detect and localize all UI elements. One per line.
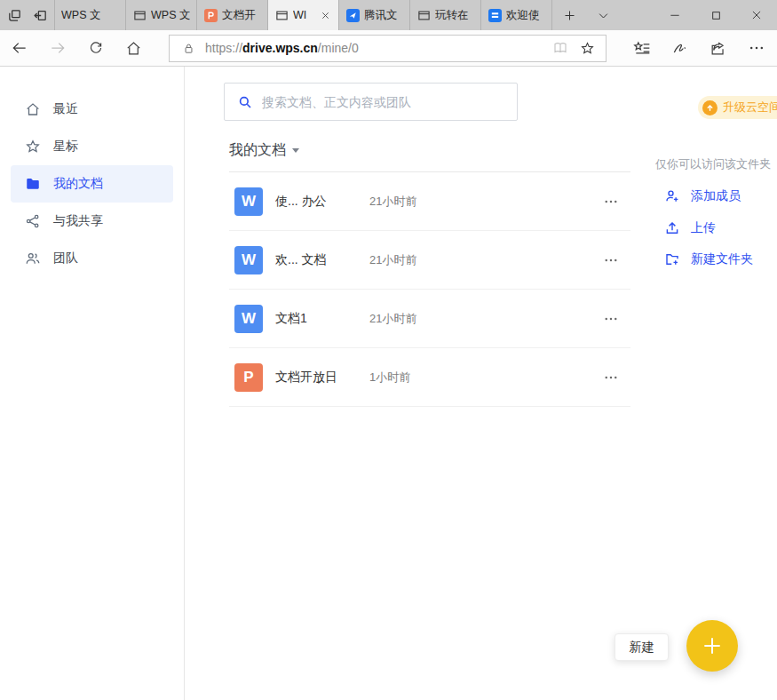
back-arrow-icon [11, 39, 28, 57]
window-controls [654, 0, 777, 30]
wps-writer-file-icon: W [234, 246, 263, 274]
sidebar-item-starred[interactable]: 星标 [11, 128, 173, 165]
add-members-button[interactable]: 添加成员 [664, 188, 741, 204]
maximize-button[interactable] [695, 0, 736, 30]
upload-button[interactable]: 上传 [664, 220, 716, 236]
file-row[interactable]: W 欢... 文档 21小时前 [229, 231, 630, 290]
close-window-button[interactable] [736, 0, 777, 30]
lock-icon [178, 38, 198, 58]
stacked-tabs-icon [7, 8, 22, 23]
tab-title: 腾讯文 [364, 8, 403, 23]
home-button[interactable] [115, 30, 153, 67]
sidebar-item-teams[interactable]: 团队 [11, 240, 173, 277]
tab-title: WI [293, 9, 313, 21]
action-label: 新建文件夹 [691, 251, 753, 267]
upgrade-cloud-space-button[interactable]: 升级云空间 [698, 96, 777, 119]
new-folder-button[interactable]: 新建文件夹 [664, 251, 753, 267]
file-list: W 使... 办公 21小时前 W 欢... 文档 21小时前 W 文档1 21… [229, 172, 630, 407]
settings-more-button[interactable] [737, 30, 775, 67]
wps-presentation-file-icon: P [234, 363, 263, 392]
ellipsis-icon [603, 252, 619, 268]
window-page-icon [416, 8, 431, 22]
create-new-fab-button[interactable] [686, 620, 738, 672]
file-name: 文档开放日 [275, 370, 369, 386]
new-tab-button[interactable] [552, 0, 586, 30]
back-button[interactable] [0, 30, 38, 67]
home-icon [25, 101, 41, 117]
folder-plus-icon [664, 251, 680, 267]
ellipsis-icon [603, 194, 619, 210]
caret-down-icon [292, 148, 299, 153]
upgrade-label: 升级云空间 [723, 99, 777, 115]
sidebar: 最近 星标 我的文档 与我共享 团队 [0, 67, 185, 700]
window-page-icon [274, 8, 289, 22]
ellipsis-icon [603, 370, 619, 386]
sidebar-item-label: 星标 [53, 139, 78, 155]
tencent-docs-icon [346, 9, 360, 22]
tab-close-icon[interactable] [318, 8, 332, 22]
file-modified-time: 21小时前 [369, 194, 416, 210]
browser-tab-5[interactable]: 腾讯文 [339, 0, 410, 30]
favorite-star-button[interactable] [577, 38, 597, 58]
minimize-icon [669, 9, 681, 21]
sidebar-item-label: 我的文档 [53, 176, 103, 192]
action-label: 上传 [691, 220, 716, 236]
browser-tab-2[interactable]: WPS 文 [126, 0, 197, 30]
upload-icon [664, 220, 680, 236]
browser-tab-7[interactable]: 欢迎使 [481, 0, 552, 30]
tab-list-dropdown-button[interactable] [586, 0, 620, 30]
tab-title: 玩转在 [435, 8, 474, 23]
file-row[interactable]: P 文档开放日 1小时前 [229, 348, 630, 407]
file-more-button[interactable] [600, 191, 622, 212]
share-button[interactable] [699, 30, 737, 67]
pen-icon [671, 39, 689, 57]
maximize-icon [710, 10, 722, 21]
search-input[interactable] [262, 95, 504, 109]
file-more-button[interactable] [600, 308, 622, 330]
chevron-down-icon [597, 9, 610, 22]
reading-view-button[interactable] [551, 38, 570, 58]
close-icon [750, 9, 763, 21]
url-domain: drive.wps.cn [242, 41, 318, 55]
refresh-button[interactable] [76, 30, 115, 67]
file-name: 文档1 [275, 311, 369, 327]
search-icon [237, 94, 253, 110]
star-icon [25, 139, 41, 155]
browser-navbar: https://drive.wps.cn/mine/0 [0, 30, 777, 67]
sidebar-item-shared-with-me[interactable]: 与我共享 [11, 203, 173, 240]
file-name: 欢... 文档 [275, 252, 369, 268]
file-modified-time: 21小时前 [369, 311, 416, 327]
book-icon [552, 40, 568, 56]
address-bar[interactable]: https://drive.wps.cn/mine/0 [169, 35, 607, 62]
folder-access-note: 仅你可以访问该文件夹 [655, 156, 771, 172]
browser-tab-1[interactable]: WPS 文 [55, 0, 126, 30]
url-text: https://drive.wps.cn/mine/0 [205, 41, 543, 55]
set-tabs-aside-button[interactable] [28, 4, 52, 27]
sidebar-item-recent[interactable]: 最近 [11, 91, 173, 128]
star-list-icon [633, 39, 651, 57]
sidebar-item-my-documents[interactable]: 我的文档 [11, 165, 173, 203]
plus-icon [701, 634, 724, 657]
wps-writer-file-icon: W [234, 187, 263, 216]
minimize-button[interactable] [654, 0, 695, 30]
file-row[interactable]: W 文档1 21小时前 [229, 290, 630, 348]
search-box [224, 83, 518, 121]
folder-icon [25, 176, 41, 192]
file-more-button[interactable] [600, 367, 622, 388]
wps-writer-file-icon: W [234, 305, 263, 333]
browser-tab-6[interactable]: 玩转在 [410, 0, 481, 30]
web-note-button[interactable] [661, 30, 699, 67]
file-row[interactable]: W 使... 办公 21小时前 [229, 172, 630, 231]
person-plus-icon [664, 188, 680, 204]
file-name: 使... 办公 [275, 194, 369, 210]
wps-presentation-icon [204, 9, 218, 22]
browser-tab-3[interactable]: 文档开 [197, 0, 268, 30]
folder-title-dropdown[interactable]: 我的文档 [229, 141, 299, 160]
tabs-aside-preview-button[interactable] [3, 4, 26, 27]
sidebar-item-label: 与我共享 [53, 213, 103, 229]
hub-favorites-button[interactable] [622, 30, 661, 67]
forward-button[interactable] [38, 30, 76, 67]
file-more-button[interactable] [600, 250, 622, 271]
browser-tab-bar: WPS 文 WPS 文 文档开 WI 腾讯文 玩转在 欢迎使 [0, 0, 777, 30]
browser-tab-4-active[interactable]: WI [268, 0, 339, 30]
